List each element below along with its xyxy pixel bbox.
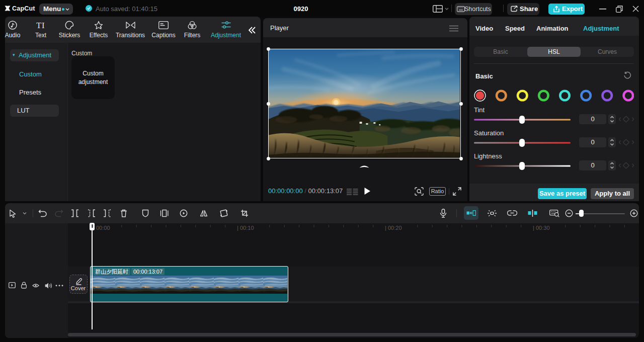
- svg-text:I: I: [42, 21, 45, 30]
- svg-text:00:20: 00:20: [388, 225, 402, 231]
- svg-text:|: |: [385, 225, 386, 231]
- svg-text:|: |: [237, 225, 238, 231]
- svg-text:00:10: 00:10: [240, 225, 254, 231]
- svg-text:T: T: [36, 21, 42, 30]
- svg-text:00:30: 00:30: [536, 225, 550, 231]
- svg-text:00:00: 00:00: [96, 225, 110, 231]
- svg-text:|: |: [533, 225, 534, 231]
